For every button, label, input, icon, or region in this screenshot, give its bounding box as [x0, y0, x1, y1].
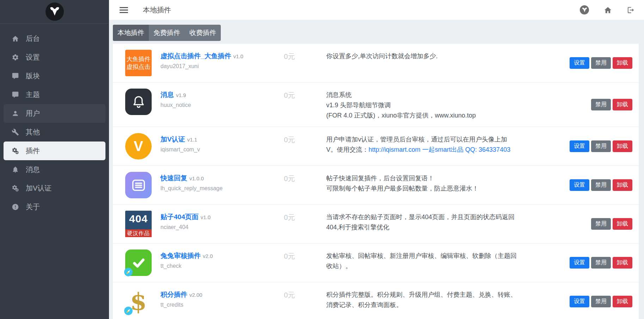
user-icon [11, 110, 20, 118]
description-link[interactable]: http://iqismart.com 一起smart出品 QQ: 364337… [369, 146, 510, 153]
sidebar-item-label: 设置 [26, 53, 40, 62]
plugin-id: huux_notice [160, 102, 284, 108]
bell-glyph [130, 94, 147, 110]
plugin-row: 404硬汉作品贴子404页面v1.0nciaer_4040元当请求不存在的贴子页… [113, 205, 639, 243]
plugin-version: v2.00 [189, 292, 202, 298]
plugin-icon: 404硬汉作品 [125, 211, 152, 237]
settings-button[interactable]: 设置 [570, 57, 589, 69]
top-header: 本地插件 [109, 0, 644, 20]
plugin-price: 0元 [284, 249, 326, 261]
description-text: 可限制每个帖子单用户最多回帖数量，防止恶意灌水！ [326, 185, 479, 192]
plugin-icon [125, 89, 152, 115]
plugin-icon: $ [125, 288, 152, 315]
plugin-row: V加V认证v1.1iqismart_com_v0元用户申请加v认证，管理员后台审… [113, 127, 639, 166]
home-icon[interactable] [604, 6, 612, 14]
sidebar-item-other[interactable]: 其他 [4, 123, 105, 142]
description-text: 积分插件完整版。积分规则、升级用户组、付费主题、兑换、转账、 [326, 291, 517, 298]
plugin-actions: 禁用卸载 [591, 99, 632, 110]
plugin-title-link[interactable]: 消息 [160, 91, 174, 98]
hamburger-menu-icon[interactable] [120, 7, 128, 13]
plugin-title-link[interactable]: 兔兔审核插件 [160, 252, 201, 259]
sidebar-item-verify-v[interactable]: 加V认证 [4, 179, 105, 198]
plugin-title-link[interactable]: 积分插件 [160, 291, 187, 298]
uninstall-button[interactable]: 卸载 [613, 140, 632, 152]
uninstall-button[interactable]: 卸载 [613, 296, 632, 307]
sidebar: 后台设置版块主题用户其他插件消息加V认证关于 [0, 0, 109, 319]
plugin-price: 0元 [284, 50, 326, 61]
sidebar-item-label: 其他 [26, 127, 40, 137]
tab-local[interactable]: 本地插件 [113, 25, 149, 41]
comment-icon [11, 91, 20, 99]
sidebar-item-label: 关于 [26, 202, 40, 212]
plugin-id: tt_check [160, 263, 284, 269]
sidebar-item-forums[interactable]: 版块 [4, 67, 105, 85]
compass-badge-icon [124, 267, 133, 277]
sidebar-item-settings[interactable]: 设置 [4, 48, 105, 67]
uninstall-button[interactable]: 卸载 [613, 179, 632, 191]
sidebar-item-label: 版块 [26, 71, 40, 81]
plugin-id: iqismart_com_v [160, 146, 284, 153]
disable-button[interactable]: 禁用 [591, 57, 611, 69]
logout-icon[interactable] [627, 6, 635, 14]
plugin-info: 消息v1.9huux_notice [160, 89, 284, 108]
settings-button[interactable]: 设置 [570, 257, 589, 269]
plugin-title-link[interactable]: 虚拟点击插件_大鱼插件 [160, 52, 231, 60]
description-text: 你设置多少,单次访问计数就会增加多少. [326, 53, 438, 60]
description-text: 帖子快速回复插件，后台设置回复语！ [326, 175, 434, 182]
disable-button[interactable]: 禁用 [591, 296, 611, 307]
sidebar-logo-area [0, 0, 109, 24]
sidebar-item-threads[interactable]: 主题 [4, 85, 105, 104]
plugin-row: 兔兔审核插件v2.0tt_check0元发帖审核、回帖审核、新注册用户审核、编辑… [113, 243, 639, 282]
plugin-actions: 设置禁用卸载 [570, 57, 632, 69]
header-right-icons [580, 5, 635, 14]
sidebar-item-dashboard[interactable]: 后台 [4, 29, 105, 48]
sidebar-item-label: 用户 [26, 109, 40, 118]
disable-button[interactable]: 禁用 [591, 140, 611, 152]
plugin-title-link[interactable]: 快速回复 [160, 174, 187, 182]
plugin-version: v2.0 [203, 253, 213, 259]
plugin-description: 你设置多少,单次访问计数就会增加多少. [326, 50, 518, 61]
sidebar-item-users[interactable]: 用户 [4, 104, 105, 123]
xiuno-logo-icon[interactable] [580, 5, 589, 14]
plugin-info: 兔兔审核插件v2.0tt_check [160, 249, 284, 269]
settings-button[interactable]: 设置 [570, 179, 589, 191]
uninstall-button[interactable]: 卸载 [613, 57, 632, 69]
sidebar-item-about[interactable]: 关于 [4, 198, 105, 216]
plugin-tabs: 本地插件免费插件收费插件 [113, 25, 221, 41]
plugin-description: 用户申请加v认证，管理员后台审核，通过后可以在用户头像上加V。使用交流：http… [326, 133, 518, 155]
plugin-actions: 设置禁用卸载 [570, 179, 632, 191]
disable-button[interactable]: 禁用 [591, 99, 611, 110]
settings-button[interactable]: 设置 [570, 296, 589, 307]
tab-free[interactable]: 免费插件 [149, 25, 185, 41]
sidebar-item-messages[interactable]: 消息 [4, 160, 105, 179]
plugin-id: tt_credits [160, 302, 284, 308]
description-text: (FOR 4.0 正式版)，xiuno非官方提供，www.xiuno.top [326, 112, 476, 119]
description-text: 当请求不存在的贴子页面时，显示404页面，并且页面的状态码返回 [326, 213, 515, 221]
uninstall-button[interactable]: 卸载 [613, 99, 632, 110]
sidebar-item-plugins[interactable]: 插件 [4, 142, 105, 160]
sidebar-item-label: 主题 [26, 90, 40, 100]
plugin-description: 消息系统v1.9 头部导航细节微调(FOR 4.0 正式版)，xiuno非官方提… [326, 89, 518, 121]
plugin-row: 快速回复v1.0.0lh_quick_reply_message0元帖子快速回复… [113, 166, 639, 205]
plugin-actions: 设置禁用卸载 [570, 140, 632, 152]
sidebar-item-label: 后台 [26, 34, 40, 43]
tab-paid[interactable]: 收费插件 [185, 25, 221, 41]
plugin-version: v1.9 [176, 92, 186, 98]
uninstall-button[interactable]: 卸载 [613, 257, 632, 269]
plugin-title-link[interactable]: 加V认证 [160, 136, 185, 143]
list-glyph [130, 177, 147, 193]
disable-button[interactable]: 禁用 [591, 218, 611, 230]
plugin-description: 帖子快速回复插件，后台设置回复语！可限制每个帖子单用户最多回帖数量，防止恶意灌水… [326, 172, 518, 194]
plugin-icon: 大鱼插件虚拟点击 [125, 50, 152, 76]
description-text: V。使用交流： [326, 146, 369, 153]
disable-button[interactable]: 禁用 [591, 179, 611, 191]
plugin-title-link[interactable]: 贴子404页面 [160, 213, 199, 221]
xiuno-logo-icon [45, 2, 64, 21]
plugin-info: 虚拟点击插件_大鱼插件v1.0dayu2017_xuni [160, 50, 284, 70]
settings-button[interactable]: 设置 [570, 140, 589, 152]
disable-button[interactable]: 禁用 [591, 257, 611, 269]
uninstall-button[interactable]: 卸载 [613, 218, 632, 230]
plugin-description: 发帖审核、回帖审核、新注册用户审核、编辑审核、软删除（主题回收站）。 [326, 249, 518, 271]
description-text: 用户申请加v认证，管理员后台审核，通过后可以在用户头像上加 [326, 136, 507, 143]
plugin-row: $积分插件v2.00tt_credits0元积分插件完整版。积分规则、升级用户组… [113, 282, 639, 319]
